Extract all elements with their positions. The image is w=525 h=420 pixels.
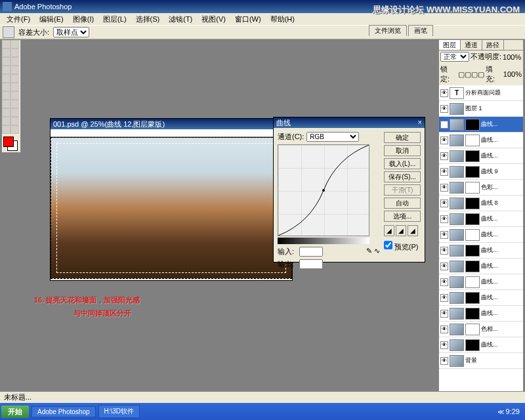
layer-thumb[interactable] bbox=[450, 229, 464, 241]
smooth-button[interactable]: 干滑(T) bbox=[384, 184, 421, 196]
mask-thumb[interactable] bbox=[465, 229, 480, 241]
cancel-button[interactable]: 取消 bbox=[384, 145, 421, 156]
tool-notes[interactable] bbox=[2, 117, 10, 125]
layer-row[interactable]: 👁曲线... bbox=[439, 227, 523, 243]
mask-thumb[interactable] bbox=[465, 276, 480, 288]
tool-move[interactable] bbox=[2, 40, 10, 49]
eyedropper-black[interactable]: ◢ bbox=[384, 225, 394, 236]
system-tray[interactable]: ≪ 9:29 bbox=[494, 408, 524, 415]
layer-thumb[interactable] bbox=[450, 119, 464, 131]
mask-thumb[interactable] bbox=[465, 308, 480, 320]
layer-row[interactable]: 👁曲线... bbox=[439, 337, 523, 353]
mask-thumb[interactable] bbox=[465, 339, 480, 351]
color-swatches[interactable] bbox=[2, 136, 20, 152]
output-field[interactable] bbox=[299, 259, 323, 269]
mask-thumb[interactable] bbox=[465, 292, 480, 304]
tab-file-browser[interactable]: 文件浏览 bbox=[369, 25, 407, 36]
store-button[interactable]: 保存(S)... bbox=[384, 171, 421, 182]
layer-row[interactable]: 👁曲线... bbox=[439, 290, 523, 306]
visibility-icon[interactable]: 👁 bbox=[440, 247, 448, 255]
visibility-icon[interactable]: 👁 bbox=[440, 310, 448, 318]
tool-stamp[interactable] bbox=[2, 74, 10, 83]
opacity-value[interactable]: 100% bbox=[503, 53, 521, 61]
tool-hand[interactable] bbox=[2, 125, 10, 134]
layer-row[interactable]: 👁色相... bbox=[439, 322, 523, 337]
layer-thumb[interactable] bbox=[450, 103, 464, 115]
channel-select[interactable]: RGB bbox=[306, 132, 359, 142]
layer-thumb[interactable] bbox=[450, 135, 464, 146]
tool-blur[interactable] bbox=[2, 91, 10, 100]
visibility-icon[interactable]: 👁 bbox=[440, 152, 448, 160]
tool-dodge[interactable] bbox=[10, 91, 19, 100]
layer-thumb[interactable] bbox=[450, 339, 464, 351]
eyedropper-gray[interactable]: ◢ bbox=[396, 225, 406, 236]
tool-wand[interactable] bbox=[10, 49, 19, 57]
layer-row[interactable]: 👁曲线 8 bbox=[439, 196, 523, 211]
sample-size-select[interactable]: 取样点 bbox=[53, 27, 89, 37]
eyedropper-white[interactable]: ◢ bbox=[408, 225, 418, 236]
layer-thumb[interactable] bbox=[450, 182, 464, 194]
layer-thumb[interactable] bbox=[450, 276, 464, 288]
layer-thumb[interactable] bbox=[450, 308, 464, 320]
layer-row[interactable]: 👁曲线... bbox=[439, 211, 523, 227]
tool-eraser[interactable] bbox=[2, 83, 10, 91]
visibility-icon[interactable]: 👁 bbox=[440, 231, 448, 239]
tool-crop[interactable] bbox=[2, 57, 10, 66]
tab-layers[interactable]: 图层 bbox=[439, 40, 461, 50]
curves-titlebar[interactable]: 曲线 × bbox=[274, 117, 425, 128]
fill-value[interactable]: 100% bbox=[503, 70, 522, 78]
visibility-icon[interactable]: 👁 bbox=[440, 262, 448, 270]
curves-graph[interactable] bbox=[278, 144, 369, 236]
layer-row[interactable]: 👁曲线... bbox=[439, 259, 523, 274]
start-button[interactable]: 开始 bbox=[1, 406, 29, 418]
tool-heal[interactable] bbox=[2, 66, 10, 74]
layer-row[interactable]: 👁T分析画面问题 bbox=[439, 85, 523, 101]
tool-history[interactable] bbox=[10, 74, 19, 83]
mask-thumb[interactable] bbox=[465, 166, 480, 178]
visibility-icon[interactable]: 👁 bbox=[440, 278, 448, 286]
layer-thumb[interactable] bbox=[450, 245, 464, 257]
layer-row[interactable]: 👁曲线 9 bbox=[439, 164, 523, 180]
options-button[interactable]: 选项... bbox=[384, 211, 421, 222]
tool-type[interactable] bbox=[10, 100, 19, 108]
visibility-icon[interactable]: 👁 bbox=[440, 184, 448, 192]
layer-row[interactable]: 👁曲线... bbox=[439, 117, 523, 133]
layer-thumb[interactable] bbox=[450, 355, 464, 367]
visibility-icon[interactable]: 👁 bbox=[440, 294, 448, 302]
ok-button[interactable]: 确定 bbox=[384, 132, 421, 143]
layer-thumb[interactable] bbox=[450, 198, 464, 209]
layer-row[interactable]: 👁图层 1 bbox=[439, 101, 523, 117]
auto-button[interactable]: 自动 bbox=[384, 198, 421, 209]
layer-row[interactable]: 👁曲线... bbox=[439, 243, 523, 259]
visibility-icon[interactable]: 👁 bbox=[440, 136, 448, 144]
menu-edit[interactable]: 编辑(E) bbox=[35, 14, 68, 25]
visibility-icon[interactable]: 👁 bbox=[440, 168, 448, 176]
tool-path[interactable] bbox=[2, 100, 10, 108]
task-photoshop[interactable]: Adobe Photoshop bbox=[32, 406, 96, 417]
mask-thumb[interactable] bbox=[465, 198, 480, 209]
layer-row[interactable]: 👁曲线... bbox=[439, 148, 523, 164]
visibility-icon[interactable]: 👁 bbox=[440, 121, 448, 129]
menu-image[interactable]: 图像(I) bbox=[69, 14, 98, 25]
layer-thumb[interactable]: T bbox=[450, 87, 464, 99]
mask-thumb[interactable] bbox=[465, 324, 480, 335]
mask-thumb[interactable] bbox=[465, 150, 480, 162]
tool-eyedropper[interactable] bbox=[10, 117, 19, 125]
visibility-icon[interactable]: 👁 bbox=[440, 215, 448, 223]
layer-row[interactable]: 👁曲线... bbox=[439, 306, 523, 322]
curves-close[interactable]: × bbox=[418, 118, 422, 127]
tool-slice[interactable] bbox=[10, 57, 19, 66]
visibility-icon[interactable]: 👁 bbox=[440, 89, 448, 97]
layer-thumb[interactable] bbox=[450, 261, 464, 272]
layer-thumb[interactable] bbox=[450, 166, 464, 178]
layer-thumb[interactable] bbox=[450, 324, 464, 335]
menu-select[interactable]: 选择(S) bbox=[132, 14, 164, 25]
tab-brushes[interactable]: 画笔 bbox=[408, 25, 433, 36]
visibility-icon[interactable]: 👁 bbox=[440, 341, 448, 349]
preview-checkbox[interactable]: 预览(P) bbox=[384, 241, 421, 252]
fg-color[interactable] bbox=[3, 136, 14, 147]
layer-thumb[interactable] bbox=[450, 150, 464, 162]
tool-zoom[interactable] bbox=[10, 125, 19, 134]
visibility-icon[interactable]: 👁 bbox=[440, 105, 448, 113]
mask-thumb[interactable] bbox=[465, 213, 480, 225]
